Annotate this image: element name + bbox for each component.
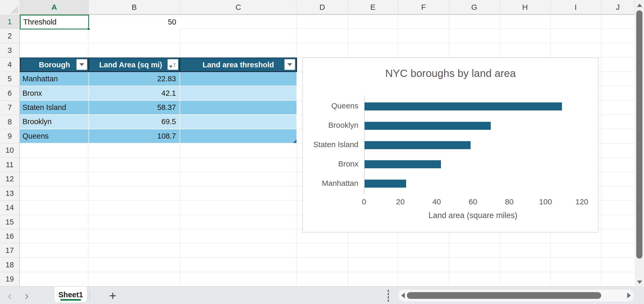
- table-cell-threshold[interactable]: [180, 86, 297, 100]
- column-header-j[interactable]: J: [601, 0, 635, 14]
- table-cell-threshold[interactable]: [180, 72, 297, 86]
- select-all-button[interactable]: [0, 0, 20, 15]
- chart-category-label: Queens: [305, 101, 358, 110]
- horizontal-scrollbar[interactable]: [398, 290, 634, 301]
- column-header-strip: ABCDEFGHIJ: [0, 0, 635, 15]
- table-header-borough[interactable]: Borough: [20, 58, 89, 72]
- data-table: BoroughLand Area (sq mi)↑Land area thres…: [20, 58, 297, 143]
- table-cell-borough[interactable]: Queens: [20, 129, 89, 143]
- bar-chart[interactable]: NYC boroughs by land area QueensBrooklyn…: [302, 58, 599, 233]
- next-sheet-icon[interactable]: ›: [25, 287, 29, 304]
- chart-x-tick-label: 40: [426, 197, 447, 206]
- chart-x-axis-title: Land area (square miles): [383, 211, 563, 220]
- scrollbar-resize-handle-icon[interactable]: [388, 290, 389, 302]
- vertical-scrollbar-thumb[interactable]: [636, 10, 642, 259]
- chart-x-tick-label: 20: [390, 197, 411, 206]
- table-cell-land-area[interactable]: 22.83: [89, 72, 180, 86]
- row-header-10[interactable]: 10: [0, 143, 19, 158]
- filter-dropdown-button[interactable]: [284, 59, 295, 70]
- sheet-tab-label: Sheet1: [58, 291, 83, 299]
- chart-x-tick-label: 100: [535, 197, 556, 206]
- scroll-right-icon[interactable]: [627, 293, 631, 298]
- chart-bar-bronx[interactable]: [365, 160, 441, 168]
- row-header-1[interactable]: 1: [0, 15, 19, 29]
- chart-bar-queens[interactable]: [365, 102, 562, 110]
- gridline-vertical: [601, 15, 601, 286]
- table-cell-land-area[interactable]: 108.7: [89, 129, 180, 143]
- row-header-4[interactable]: 4: [0, 58, 19, 72]
- table-cell-borough[interactable]: Bronx: [20, 86, 89, 100]
- cell-b1[interactable]: 50: [89, 15, 180, 29]
- column-header-h[interactable]: H: [500, 0, 551, 14]
- chart-category-label: Brooklyn: [305, 121, 358, 130]
- row-header-6[interactable]: 6: [0, 86, 19, 100]
- table-row: Manhattan22.83: [20, 72, 297, 86]
- chevron-down-icon: [287, 63, 292, 66]
- filter-dropdown-button[interactable]: [76, 59, 87, 70]
- table-row: Staten Island58.37: [20, 101, 297, 115]
- table-cell-land-area[interactable]: 58.37: [89, 101, 180, 115]
- row-header-18[interactable]: 18: [0, 258, 19, 272]
- row-header-3[interactable]: 3: [0, 43, 19, 58]
- row-header-12[interactable]: 12: [0, 172, 19, 186]
- table-cell-threshold[interactable]: [180, 115, 297, 129]
- table-cell-land-area[interactable]: 69.5: [89, 115, 180, 129]
- column-header-d[interactable]: D: [297, 0, 348, 14]
- spreadsheet-app: ABCDEFGHIJ 12345678910111213141516171819…: [0, 0, 644, 304]
- table-header-label: Land Area (sq mi): [99, 61, 170, 69]
- active-tab-underline: [60, 299, 81, 301]
- chevron-down-icon: [79, 63, 84, 66]
- filter-sort-ascending-button[interactable]: ↑: [167, 59, 178, 70]
- tab-divider: [89, 291, 90, 300]
- row-header-19[interactable]: 19: [0, 272, 19, 286]
- table-cell-land-area[interactable]: 42.1: [89, 86, 180, 100]
- row-header-2[interactable]: 2: [0, 29, 19, 43]
- column-header-i[interactable]: I: [551, 0, 601, 14]
- table-header-land-area-sq-mi-[interactable]: Land Area (sq mi)↑: [89, 58, 180, 72]
- row-header-15[interactable]: 15: [0, 215, 19, 229]
- table-header-land-area-threshold[interactable]: Land area threshold: [180, 58, 297, 72]
- add-sheet-button[interactable]: +: [106, 287, 119, 304]
- chart-x-tick-label: 0: [354, 197, 374, 206]
- chart-title: NYC boroughs by land area: [303, 67, 598, 79]
- scroll-down-icon[interactable]: [637, 281, 642, 284]
- prev-sheet-icon[interactable]: ‹: [8, 287, 12, 304]
- scroll-up-icon[interactable]: [637, 4, 642, 7]
- row-header-17[interactable]: 17: [0, 244, 19, 258]
- column-header-b[interactable]: B: [89, 0, 180, 14]
- row-header-9[interactable]: 9: [0, 129, 19, 143]
- table-header-label: Borough: [39, 61, 70, 69]
- tab-sheet1[interactable]: Sheet1: [55, 287, 87, 303]
- table-resize-handle-icon[interactable]: [293, 140, 296, 143]
- column-header-g[interactable]: G: [449, 0, 500, 14]
- table-row: Bronx42.1: [20, 86, 297, 100]
- scroll-left-icon[interactable]: [401, 293, 405, 298]
- row-header-8[interactable]: 8: [0, 115, 19, 129]
- column-header-c[interactable]: C: [180, 0, 297, 14]
- row-header-5[interactable]: 5: [0, 72, 19, 86]
- table-cell-borough[interactable]: Manhattan: [20, 72, 89, 86]
- column-header-a[interactable]: A: [20, 0, 89, 14]
- row-header-11[interactable]: 11: [0, 158, 19, 172]
- row-header-16[interactable]: 16: [0, 229, 19, 243]
- horizontal-scrollbar-thumb[interactable]: [407, 292, 601, 299]
- table-cell-borough[interactable]: Brooklyn: [20, 115, 89, 129]
- table-cell-borough[interactable]: Staten Island: [20, 101, 89, 115]
- row-header-strip: 12345678910111213141516171819: [0, 15, 20, 286]
- table-cell-threshold[interactable]: [180, 129, 297, 143]
- selection-border-a1: [20, 15, 89, 29]
- row-header-13[interactable]: 13: [0, 186, 19, 201]
- table-cell-threshold[interactable]: [180, 101, 297, 115]
- vertical-scrollbar[interactable]: [635, 0, 644, 287]
- chart-bar-manhattan[interactable]: [365, 180, 406, 188]
- table-header-row: BoroughLand Area (sq mi)↑Land area thres…: [20, 58, 297, 72]
- chart-bar-brooklyn[interactable]: [365, 122, 491, 130]
- column-header-e[interactable]: E: [348, 0, 399, 14]
- chart-x-tick-label: 120: [571, 197, 592, 206]
- gridline-vertical: [88, 15, 89, 286]
- fill-handle[interactable]: [87, 27, 90, 30]
- chart-bar-staten-island[interactable]: [365, 141, 471, 149]
- column-header-f[interactable]: F: [398, 0, 449, 14]
- row-header-14[interactable]: 14: [0, 201, 19, 215]
- row-header-7[interactable]: 7: [0, 101, 19, 115]
